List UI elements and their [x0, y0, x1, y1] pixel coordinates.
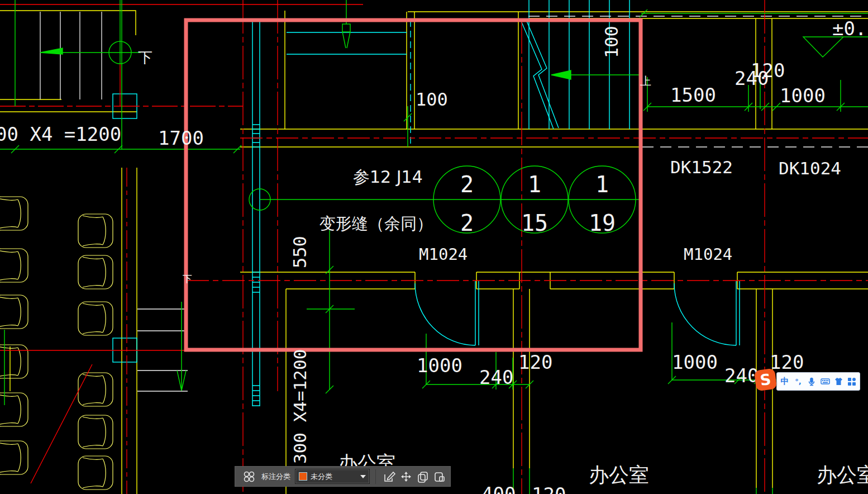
dim-1000-top: 1000 — [780, 84, 826, 107]
toolbox-icon[interactable] — [846, 376, 857, 388]
bubble1-bottom: 2 — [460, 210, 474, 236]
ime-toolbar: 中 °, — [776, 372, 860, 391]
category-color-swatch — [299, 472, 307, 481]
ime-mode-button[interactable]: 中 — [779, 376, 790, 388]
label-office-corner: 办公室 — [817, 463, 868, 486]
edit-icon[interactable] — [383, 470, 396, 483]
bubble2-bottom: 15 — [521, 210, 548, 236]
dim-100-rot: 100 — [601, 26, 622, 58]
dim-120-center: 120 — [518, 351, 552, 373]
move-icon[interactable] — [399, 470, 413, 483]
chevron-down-icon — [360, 475, 366, 478]
punctuation-icon[interactable]: °, — [793, 376, 804, 388]
copy-icon[interactable] — [416, 470, 430, 483]
microphone-icon[interactable] — [806, 376, 817, 388]
dim-1500-right: 1500 — [670, 84, 716, 106]
paste-icon[interactable] — [433, 470, 446, 483]
bubble2-top: 1 — [528, 172, 541, 197]
dim-riser-bottom-rot: 300 X4=1200 — [290, 349, 310, 464]
dim-240-center: 240 — [479, 366, 513, 388]
dim-120-top: 120 — [751, 59, 785, 82]
dim-1000-right: 1000 — [672, 351, 718, 373]
label-door-right: M1024 — [684, 245, 732, 264]
label-stair-down-small: 下 — [183, 273, 192, 284]
label-joint-note: 变形缝（余同） — [319, 214, 433, 233]
category-dropdown-value: 未分类 — [311, 472, 360, 482]
keyboard-icon[interactable] — [819, 376, 831, 388]
dim-1000-center: 1000 — [417, 354, 462, 377]
skin-icon[interactable] — [833, 376, 844, 388]
dim-120-edge: 120 — [532, 483, 566, 494]
annotation-toolbar: 标注分类 未分类 — [235, 466, 451, 487]
dim-120-right: 120 — [770, 351, 804, 373]
label-ref-note: 参12 J14 — [353, 167, 423, 187]
dim-1500-left: 1500 — [0, 28, 1, 74]
label-stair-down: 下 — [138, 49, 152, 66]
label-elevation: ±0. — [832, 17, 866, 40]
label-door-left: M1024 — [419, 245, 468, 264]
category-grid-icon[interactable] — [242, 470, 256, 483]
cad-canvas[interactable]: 1500 00 X4 =1200 1700 下 下 上 100 100 1500… — [0, 0, 868, 494]
bubble3-top: 1 — [595, 172, 609, 197]
dim-240-right: 240 — [724, 364, 759, 387]
dim-100-landing: 100 — [416, 89, 448, 110]
label-stair-up: 上 — [640, 74, 651, 88]
toolbar-separator — [375, 469, 376, 484]
dim-550-rot: 550 — [289, 236, 311, 268]
label-window-left: DK1522 — [670, 157, 733, 177]
bubble1-top: 2 — [460, 172, 474, 197]
dim-400-edge: 400 — [481, 483, 516, 494]
category-dropdown[interactable]: 未分类 — [295, 469, 370, 484]
label-office-right: 办公室 — [589, 463, 649, 486]
category-label: 标注分类 — [261, 472, 290, 482]
ime-logo[interactable]: S — [754, 368, 777, 391]
dim-riser-left: 00 X4 =1200 — [0, 123, 121, 145]
bubble3-bottom: 19 — [589, 210, 616, 236]
dim-1700: 1700 — [158, 127, 204, 149]
label-window-right: DK1024 — [779, 158, 841, 178]
